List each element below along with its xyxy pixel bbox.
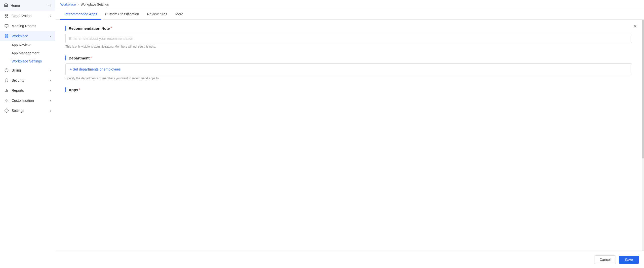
sidebar: Home ←| Organization ▾ Meeting Rooms <box>0 0 55 268</box>
shield-icon <box>4 78 9 83</box>
section-bar <box>65 87 66 92</box>
sidebar-item-reports[interactable]: Reports ▾ <box>0 85 55 95</box>
recommendation-note-helper: This is only visible to administrators. … <box>65 45 632 48</box>
form-footer: Cancel Save <box>55 251 644 268</box>
tab-bar: Recommended Apps Custom Classification R… <box>55 9 644 20</box>
svg-rect-0 <box>5 14 6 16</box>
sidebar-item-label: Meeting Rooms <box>12 24 51 28</box>
section-bar <box>65 26 66 31</box>
sidebar-sub-item-app-management[interactable]: App Management <box>0 49 55 57</box>
sidebar-item-meeting-rooms[interactable]: Meeting Rooms <box>0 21 55 31</box>
svg-rect-7 <box>5 35 6 36</box>
sidebar-item-label: Customization <box>12 98 50 103</box>
apps-section: Apps * <box>65 87 632 92</box>
section-header: Apps * <box>65 87 632 92</box>
cancel-button[interactable]: Cancel <box>594 255 616 264</box>
svg-rect-3 <box>7 16 8 17</box>
svg-point-20 <box>7 101 8 102</box>
chevron-down-icon: ▾ <box>50 89 51 92</box>
tab-recommended-apps[interactable]: Recommended Apps <box>60 9 101 20</box>
main-content: Workplace > Workplace Settings Recommend… <box>55 0 644 268</box>
department-helper: Specify the departments or members you w… <box>65 77 632 80</box>
scrollbar-thumb[interactable] <box>642 20 644 158</box>
sidebar-item-billing[interactable]: Billing ▾ <box>0 65 55 75</box>
sidebar-item-label: Billing <box>12 68 50 72</box>
sidebar-sub-label: App Review <box>12 43 30 47</box>
tab-more[interactable]: More <box>171 9 187 20</box>
sidebar-item-label: Reports <box>12 88 50 92</box>
svg-rect-19 <box>5 101 6 102</box>
breadcrumb: Workplace > Workplace Settings <box>55 0 644 9</box>
breadcrumb-separator: > <box>77 3 79 6</box>
breadcrumb-parent[interactable]: Workplace <box>60 3 76 6</box>
section-title: Recommendation Note <box>69 26 110 30</box>
required-indicator: * <box>110 26 112 30</box>
svg-point-21 <box>6 110 7 111</box>
svg-rect-8 <box>7 35 8 36</box>
chevron-down-icon: ▾ <box>50 15 51 17</box>
reports-icon <box>4 88 9 93</box>
sidebar-sub-item-app-review[interactable]: App Review <box>0 41 55 49</box>
chevron-down-icon: ▾ <box>50 79 51 82</box>
org-icon <box>4 13 9 18</box>
close-button[interactable]: ✕ <box>633 24 637 29</box>
section-header: Recommendation Note * <box>65 26 632 31</box>
scrollbar-track[interactable] <box>642 20 644 251</box>
tab-custom-classification[interactable]: Custom Classification <box>101 9 143 20</box>
section-title: Apps <box>69 88 78 92</box>
svg-rect-10 <box>5 36 6 38</box>
home-icon <box>4 3 8 8</box>
sidebar-sub-label: Workplace Settings <box>12 59 42 63</box>
billing-icon <box>4 68 9 73</box>
customization-icon <box>4 98 9 103</box>
gear-icon <box>4 108 9 113</box>
department-box: + Set departments or employees <box>65 63 632 75</box>
sidebar-item-label: Security <box>12 78 50 82</box>
sidebar-sub-label: App Management <box>12 51 39 55</box>
sidebar-item-organization[interactable]: Organization ▾ <box>0 11 55 21</box>
chevron-down-icon: ▾ <box>50 69 51 72</box>
sidebar-item-workplace[interactable]: Workplace ▴ <box>0 31 55 41</box>
tab-review-rules[interactable]: Review rules <box>143 9 171 20</box>
svg-rect-2 <box>5 16 6 17</box>
sidebar-item-label: Settings <box>12 109 50 113</box>
sidebar-item-label: Home <box>11 4 20 8</box>
breadcrumb-current: Workplace Settings <box>81 3 109 6</box>
department-section: Department * + Set departments or employ… <box>65 55 632 80</box>
content-area: ✕ Recommendation Note * This is only vis… <box>55 20 644 251</box>
svg-rect-17 <box>5 99 6 100</box>
chevron-down-icon: ▾ <box>50 99 51 102</box>
svg-rect-1 <box>7 14 8 16</box>
sidebar-item-security[interactable]: Security ▾ <box>0 75 55 85</box>
section-title: Department <box>69 56 90 60</box>
sidebar-item-settings[interactable]: Settings ▴ <box>0 106 55 116</box>
set-departments-button[interactable]: + Set departments or employees <box>70 67 121 71</box>
meeting-icon <box>4 23 9 28</box>
recommendation-note-input[interactable] <box>65 34 632 43</box>
required-indicator: * <box>90 56 92 60</box>
required-indicator: * <box>79 88 80 92</box>
sidebar-item-label: Organization <box>12 14 50 18</box>
section-header: Department * <box>65 55 632 60</box>
recommendation-note-section: Recommendation Note * This is only visib… <box>65 26 632 48</box>
sidebar-item-customization[interactable]: Customization ▾ <box>0 95 55 106</box>
sidebar-item-home[interactable]: Home ←| <box>0 0 55 11</box>
workplace-icon <box>4 34 9 39</box>
sidebar-item-label: Workplace <box>12 34 50 38</box>
collapse-icon[interactable]: ←| <box>47 4 51 7</box>
chevron-up-icon: ▴ <box>50 35 51 38</box>
chevron-up-icon: ▴ <box>50 109 51 112</box>
svg-rect-9 <box>7 36 8 38</box>
svg-rect-18 <box>7 99 8 100</box>
sidebar-sub-item-workplace-settings[interactable]: Workplace Settings <box>0 57 55 65</box>
form-panel: ✕ Recommendation Note * This is only vis… <box>55 20 642 251</box>
svg-rect-4 <box>5 24 8 27</box>
save-button[interactable]: Save <box>619 256 639 264</box>
section-bar <box>65 55 66 60</box>
